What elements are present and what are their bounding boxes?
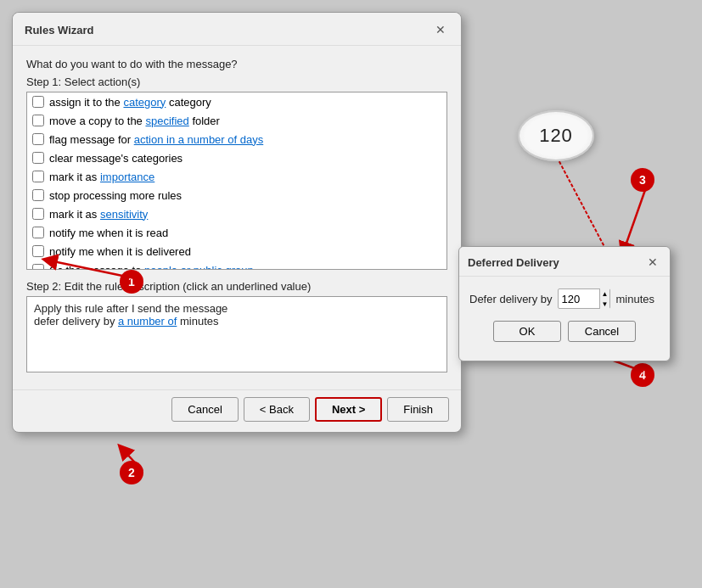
action-checkbox-0[interactable] [32,96,44,108]
action-checkbox-2[interactable] [32,133,44,145]
action-label-4: mark it as importance [49,171,154,183]
action-item-3[interactable]: clear message's categories [27,148,446,167]
action-checkbox-8[interactable] [32,245,44,257]
deferred-minutes-input[interactable] [562,293,599,305]
action-checkbox-9[interactable] [32,264,44,270]
action-item-5[interactable]: stop processing more rules [27,186,446,204]
deferred-titlebar: Deferred Delivery ✕ [459,247,670,277]
deferred-cancel-button[interactable]: Cancel [568,321,636,342]
rules-wizard-dialog: Rules Wizard ✕ What do you want to do wi… [12,12,462,433]
action-item-7[interactable]: notify me when it is read [27,223,446,242]
cancel-button[interactable]: Cancel [171,397,238,422]
deferred-close-button[interactable]: ✕ [644,254,661,271]
next-button[interactable]: Next > [315,397,382,422]
action-label-6: mark it as sensitivity [49,208,148,221]
actions-list: assign it to the category categorymove a… [26,92,447,270]
deferred-label: Defer delivery by [469,293,553,305]
spinner-buttons: ▲ ▼ [599,288,610,309]
step2-label: Step 2: Edit the rule description (click… [26,280,447,372]
magnified-value-circle: 120 [518,110,594,161]
action-label-1: move a copy to the specified folder [49,115,220,127]
action-label-3: clear message's categories [49,152,183,165]
close-button[interactable]: ✕ [432,21,449,38]
svg-line-4 [557,157,609,256]
step1-label: Step 1: Select action(s) [26,76,447,88]
description-line: defer delivery by a number of minutes [34,315,440,328]
action-item-8[interactable]: notify me when it is delivered [27,242,446,260]
action-link-0[interactable]: category [123,96,166,109]
action-item-0[interactable]: assign it to the category category [27,92,446,111]
finish-button[interactable]: Finish [387,397,449,422]
dialog-question: What do you want to do with the message? [26,58,447,70]
description-box: Apply this rule after I send the message… [26,296,447,372]
action-checkbox-3[interactable] [32,152,44,164]
action-checkbox-7[interactable] [32,227,44,238]
spinner-up-button[interactable]: ▲ [599,288,610,299]
deferred-footer: OK Cancel [469,321,660,352]
spinner-down-button[interactable]: ▼ [599,299,610,309]
action-link-4[interactable]: importance [100,171,154,183]
annotation-4: 4 [631,363,654,387]
dialog-body: What do you want to do with the message?… [13,46,461,389]
action-checkbox-4[interactable] [32,171,44,182]
action-checkbox-5[interactable] [32,189,44,201]
action-label-7: notify me when it is read [49,227,168,239]
action-label-0: assign it to the category category [49,96,211,109]
action-item-9[interactable]: Cc the message to people or public group [27,260,446,270]
annotation-2: 2 [120,461,143,484]
action-item-6[interactable]: mark it as sensitivity [27,204,446,223]
action-link-9[interactable]: people or public group [144,264,254,271]
action-link-6[interactable]: sensitivity [100,208,148,221]
action-checkbox-1[interactable] [32,115,44,126]
annotation-1: 1 [120,270,143,294]
action-item-4[interactable]: mark it as importance [27,167,446,186]
dialog-title: Rules Wizard [25,24,94,36]
action-item-1[interactable]: move a copy to the specified folder [27,111,446,130]
description-line: Apply this rule after I send the message [34,302,440,315]
action-label-5: stop processing more rules [49,189,182,202]
action-item-2[interactable]: flag message for action in a number of d… [27,130,446,148]
dialog-titlebar: Rules Wizard ✕ [13,13,461,46]
action-link-1[interactable]: specified [145,115,188,127]
deferred-dialog-title: Deferred Delivery [468,256,559,269]
deferred-body: Defer delivery by ▲ ▼ minutes OK Cancel [459,277,670,361]
back-button[interactable]: < Back [244,397,310,422]
annotation-3: 3 [631,168,654,192]
magnified-value-text: 120 [539,125,573,147]
action-checkbox-6[interactable] [32,208,44,220]
deferred-row: Defer delivery by ▲ ▼ minutes [469,288,660,309]
action-link-2[interactable]: action in a number of days [134,133,263,146]
action-label-8: notify me when it is delivered [49,245,191,258]
action-label-9: Cc the message to people or public group [49,264,254,271]
deferred-unit: minutes [615,293,654,305]
svg-line-2 [624,190,645,250]
deferred-delivery-dialog: Deferred Delivery ✕ Defer delivery by ▲ … [458,246,671,361]
description-link[interactable]: a number of [118,315,177,328]
dialog-footer: Cancel< BackNext >Finish [13,389,461,432]
action-label-2: flag message for action in a number of d… [49,133,263,146]
deferred-input-wrapper: ▲ ▼ [558,288,611,309]
deferred-ok-button[interactable]: OK [493,321,561,342]
